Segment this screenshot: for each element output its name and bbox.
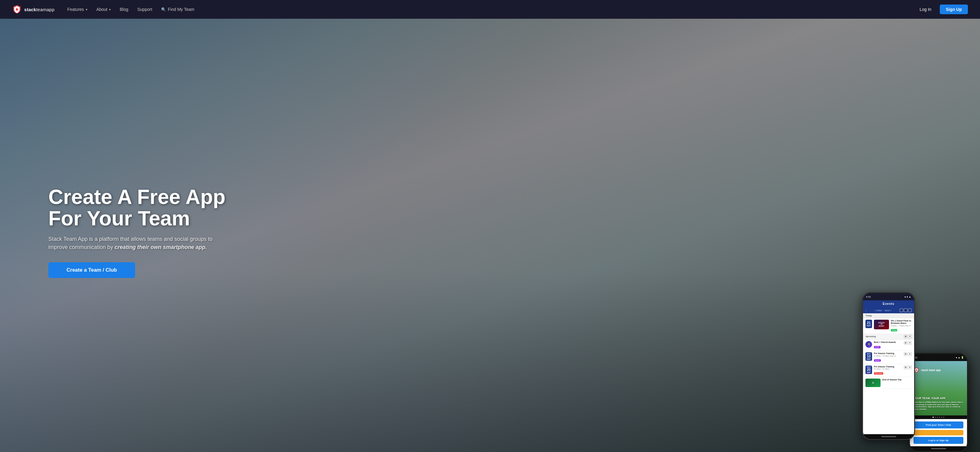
event-item-1[interactable]: 21 SAT EAGLESVSBEARS Div 1 Grand Final v…: [863, 318, 914, 334]
e3-icon-1[interactable]: ⊞: [904, 352, 907, 356]
nav-blog[interactable]: Blog: [116, 5, 132, 14]
upcoming-icon-2[interactable]: ✕: [908, 335, 912, 338]
e2-icon-2[interactable]: ✕: [908, 341, 912, 345]
login-button[interactable]: Log In: [915, 5, 935, 14]
nav-find-team[interactable]: 🔍 Find My Team: [158, 5, 198, 14]
nav-right: Log In Sign Up: [915, 5, 968, 14]
find-team-button[interactable]: Find your Team / Club: [913, 422, 963, 428]
upcoming-icons: ⊞ ✕: [904, 335, 912, 338]
event3-icons: ⊞ ✕: [904, 352, 912, 356]
back-tagline: YOUR TEAM. YOUR APP. Team App is a FREE …: [913, 396, 963, 411]
logo-text: stackteamapp: [24, 7, 54, 12]
event-item-4[interactable]: NOV 20 SAT Pre Season Training 11:00am -…: [863, 364, 914, 377]
shield-icon: [12, 5, 22, 14]
action-icons: + ⊞ ⋮: [900, 308, 912, 312]
carousel-dots: [910, 416, 967, 419]
search-icon: 🔍: [161, 7, 166, 12]
event-info-4: Pre Season Training 11:00am - 12:30pm No…: [874, 366, 902, 375]
more-icon[interactable]: ⋮: [908, 308, 912, 312]
phone-front: 6:53 ● ● ▲ Events ‹ « Older Next » + ⊞ ⋮: [862, 292, 915, 440]
phone-screen: Today 21 SAT EAGLESVSBEARS Div 1 Grand F…: [863, 313, 914, 434]
event-item-5[interactable]: 🏝 End of Season Trip: [863, 377, 914, 389]
back-phone-buttons: Find your Team / Club Log In or Sign Up: [910, 419, 967, 446]
dot-2: [935, 417, 936, 418]
dot-1: [932, 417, 934, 418]
event4-icons: ⊞ ✕: [904, 366, 912, 369]
hero-title: Create A Free App For Your Team: [48, 186, 226, 229]
event-date-1: 21 SAT: [865, 320, 872, 328]
event-info-5: End of Season Trip: [882, 379, 912, 381]
grid-icon[interactable]: ⊞: [904, 308, 907, 312]
event-badge-1: Going: [891, 329, 897, 331]
event-date-3: NOV 13 SAT: [865, 352, 872, 361]
phone-front-status: 6:53 ● ● ▲: [863, 293, 914, 300]
phone-events-header: Events: [863, 300, 914, 307]
today-bar: Today: [863, 313, 914, 318]
event-badge-3: Maybe: [874, 359, 881, 362]
older-button[interactable]: « Older: [874, 309, 882, 312]
calendar-icon[interactable]: +: [900, 308, 903, 312]
upcoming-icon-1[interactable]: ⊞: [904, 335, 907, 338]
dot-5: [941, 417, 942, 418]
event-item-3[interactable]: NOV 13 SAT Pre Season Training 11:00am -…: [863, 351, 914, 364]
nav-support[interactable]: Support: [134, 5, 156, 14]
dot-4: [939, 417, 940, 418]
e2-icon-1[interactable]: ⊞: [904, 341, 907, 345]
phone-back-home-bar: [910, 446, 967, 451]
navbar: stackteamapp Features ▾ About ▾ Blog Sup…: [0, 0, 980, 19]
back-phone-logo: stack team app: [913, 367, 941, 373]
event-date-4: NOV 20 SAT: [865, 366, 872, 374]
event-thumb-1: EAGLESVSBEARS: [874, 320, 889, 329]
phone-front-home-bar: [863, 434, 914, 439]
event-badge-4: Not Going: [874, 372, 883, 375]
hero-content: Create A Free App For Your Team Stack Te…: [0, 162, 250, 290]
event-info-1: Div 1 Grand Final vs Brisbane Bears 4:00…: [891, 320, 912, 332]
hero-section: Create A Free App For Your Team Stack Te…: [0, 0, 980, 452]
nav-links: Features ▾ About ▾ Blog Support 🔍 Find M…: [64, 5, 198, 14]
phone-nav-row: ‹ « Older Next » + ⊞ ⋮: [863, 307, 914, 313]
e4-icon-2[interactable]: ✕: [908, 366, 912, 369]
login-signup-button[interactable]: Log In or Sign Up: [913, 437, 963, 444]
back-signal-icon: ● ▲ 🔋: [956, 356, 964, 359]
event-info-2: Best + Fairest Awards RSVP: [874, 341, 902, 349]
dot-6: [943, 417, 944, 418]
upcoming-header: Upcoming ⊞ ✕: [863, 334, 914, 339]
event-thumb-2: 🏆: [865, 341, 872, 348]
next-button[interactable]: Next »: [885, 309, 891, 312]
nav-left: stackteamapp Features ▾ About ▾ Blog Sup…: [12, 5, 198, 14]
dot-3: [937, 417, 938, 418]
back-home-indicator: [931, 448, 946, 449]
phone-back-top-image: stack team app YOUR TEAM. YOUR APP. Team…: [910, 361, 967, 416]
event-badge-2: RSVP: [874, 346, 881, 348]
event-item-2[interactable]: 🏆 Best + Fairest Awards RSVP ⊞ ✕: [863, 339, 914, 351]
nav-about[interactable]: About ▾: [93, 5, 115, 14]
nav-features[interactable]: Features ▾: [64, 5, 91, 14]
phone-back: 8:31 ● ▲ 🔋 stack team app YOUR TEAM. YOU…: [909, 353, 968, 452]
about-chevron-icon: ▾: [109, 8, 111, 11]
back-button[interactable]: ‹: [865, 309, 866, 312]
create-team-button[interactable]: Create a Team / Club: [48, 262, 135, 278]
event-info-3: Pre Season Training 11:00am - 12:30pm Re…: [874, 352, 902, 362]
back-logo-text: stack team app: [921, 369, 941, 372]
e4-icon-1[interactable]: ⊞: [904, 366, 907, 369]
phones-container: 6:53 ● ● ▲ Events ‹ « Older Next » + ⊞ ⋮: [862, 292, 968, 452]
features-chevron-icon: ▾: [86, 8, 88, 11]
signup-button[interactable]: Sign Up: [940, 5, 968, 14]
event-thumb-5: 🏝: [865, 379, 881, 387]
phone-back-status: 8:31 ● ▲ 🔋: [910, 354, 967, 361]
signal-icon: ● ● ▲: [904, 295, 911, 298]
hero-subtitle: Stack Team App is a platform that allows…: [48, 235, 224, 251]
e3-icon-2[interactable]: ✕: [908, 352, 912, 356]
home-indicator: [881, 436, 896, 437]
logo[interactable]: stackteamapp: [12, 5, 54, 14]
event2-icons: ⊞ ✕: [904, 341, 912, 345]
yellow-button[interactable]: [913, 430, 963, 435]
